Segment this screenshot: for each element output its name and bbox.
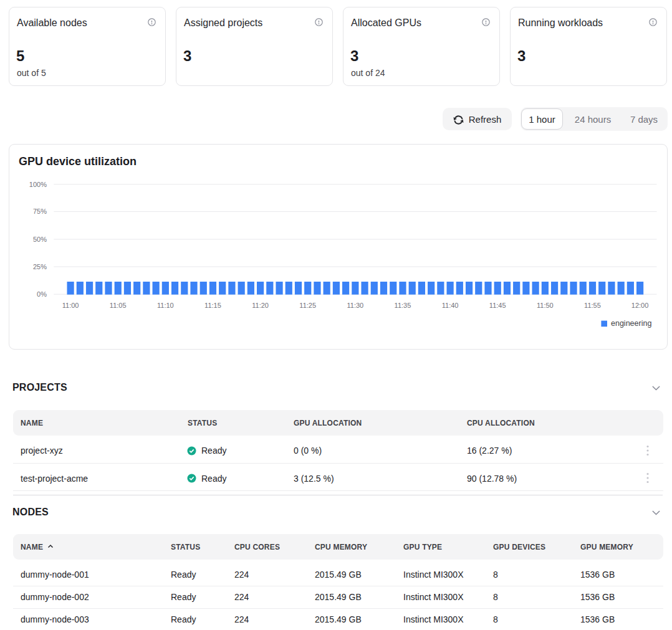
- svg-text:12:00: 12:00: [631, 302, 649, 309]
- svg-text:11:10: 11:10: [157, 302, 174, 309]
- svg-text:0%: 0%: [37, 290, 47, 298]
- svg-text:11:45: 11:45: [489, 302, 506, 309]
- svg-text:engineering: engineering: [611, 319, 651, 328]
- svg-text:11:00: 11:00: [62, 302, 79, 309]
- svg-text:11:35: 11:35: [395, 302, 411, 309]
- svg-text:75%: 75%: [33, 208, 47, 215]
- svg-text:11:15: 11:15: [204, 302, 221, 309]
- svg-text:11:30: 11:30: [347, 302, 363, 309]
- svg-text:11:55: 11:55: [584, 302, 601, 309]
- svg-text:11:40: 11:40: [442, 302, 459, 309]
- svg-text:100%: 100%: [29, 181, 47, 188]
- svg-text:11:20: 11:20: [252, 302, 269, 309]
- svg-text:11:05: 11:05: [110, 302, 127, 309]
- svg-text:11:50: 11:50: [537, 302, 554, 309]
- svg-text:50%: 50%: [33, 236, 47, 243]
- svg-text:25%: 25%: [33, 263, 47, 270]
- svg-text:11:25: 11:25: [299, 302, 316, 309]
